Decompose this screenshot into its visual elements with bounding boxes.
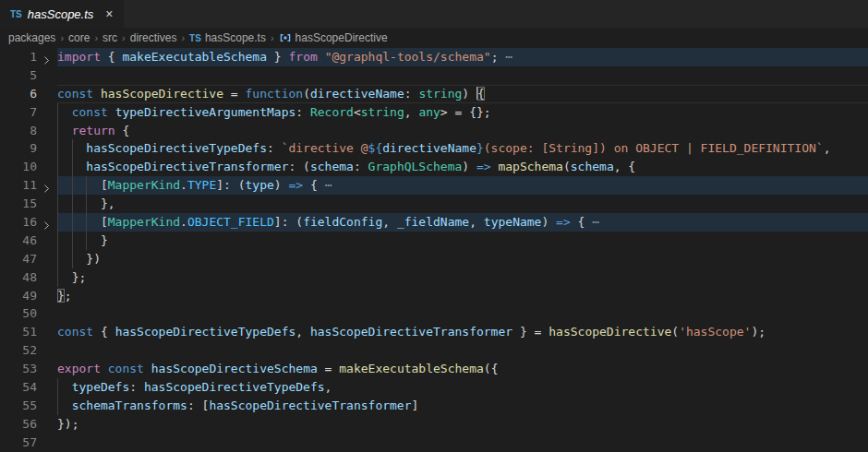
code-token: : [ — [187, 398, 209, 412]
code-token: , — [469, 215, 484, 229]
gutter: 53 — [0, 360, 57, 378]
line-number: 57 — [22, 434, 37, 452]
code-line[interactable]: }) — [57, 250, 868, 268]
code-line[interactable]: }); — [57, 415, 868, 434]
code-token: hasScopeDirectiveTransformer — [86, 160, 288, 173]
code-token: ${ — [368, 141, 383, 155]
code-token: , — [325, 380, 332, 394]
gutter: 46 — [0, 232, 57, 250]
close-icon[interactable]: × — [105, 7, 113, 20]
code-token — [57, 105, 72, 119]
code-token: makeExecutableSchema — [339, 362, 484, 375]
breadcrumb-item-file[interactable]: TShasScope.ts — [189, 31, 266, 44]
gutter: 52 — [0, 341, 57, 360]
code-line[interactable]: }, — [57, 195, 868, 213]
editor[interactable]: 1import { makeExecutableSchema } from "@… — [0, 48, 868, 452]
code-token: > = {}; — [440, 105, 491, 119]
code-line[interactable]: return { — [57, 122, 868, 140]
line-number: 49 — [22, 287, 37, 305]
code-line[interactable]: }; — [57, 287, 868, 305]
line-number: 10 — [22, 158, 37, 176]
fold-chevron-icon[interactable] — [42, 53, 52, 63]
code-line[interactable]: [MapperKind.TYPE]: (type) => { ⋯ — [57, 176, 868, 195]
code-token: }); — [57, 417, 78, 431]
code-token: hasScopeDirective — [549, 325, 671, 339]
folded-code-ellipsis[interactable]: ⋯ — [505, 50, 512, 64]
code-line[interactable]: } — [57, 232, 868, 250]
fold-chevron-icon[interactable] — [42, 218, 52, 228]
line-number: 52 — [22, 341, 37, 360]
code-token: string — [418, 87, 462, 101]
indent-guide — [57, 195, 58, 213]
code-line[interactable]: const typeDirectiveArgumentMaps: Record<… — [57, 103, 868, 122]
breadcrumb: packages›core›src›directives›TShasScope.… — [0, 28, 868, 48]
code-token: : — [354, 160, 368, 173]
code-line[interactable]: import { makeExecutableSchema } from "@g… — [57, 48, 868, 66]
code-line[interactable]: }; — [57, 268, 868, 287]
code-token: ] — [412, 398, 419, 412]
code-line[interactable]: hasScopeDirectiveTransformer: (schema: G… — [57, 158, 868, 176]
editor-row-54: 54 typeDefs: hasScopeDirectiveTypeDefs, — [0, 378, 868, 397]
code-token: ({ — [484, 362, 499, 375]
code-token: hasScopeDirectiveTypeDefs — [144, 380, 325, 394]
code-token: export — [57, 362, 108, 375]
code-token: . — [180, 215, 187, 229]
editor-row-16: 16 [MapperKind.OBJECT_FIELD]: (fieldConf… — [0, 213, 868, 232]
code-line[interactable] — [57, 434, 868, 452]
code-token: hasScopeDirectiveTypeDefs — [115, 325, 296, 339]
code-line[interactable]: [MapperKind.OBJECT_FIELD]: (fieldConfig,… — [57, 213, 868, 232]
fold-chevron-icon[interactable] — [42, 181, 52, 191]
code-token: [ — [57, 215, 108, 229]
indent-guide — [72, 250, 73, 268]
code-line[interactable]: schemaTransforms: [hasScopeDirectiveTran… — [57, 397, 868, 415]
code-line[interactable] — [57, 341, 868, 360]
indent-guide — [72, 232, 73, 250]
editor-row-57: 57 — [0, 434, 868, 452]
editor-row-48: 48 }; — [0, 268, 868, 287]
code-line[interactable] — [57, 66, 868, 85]
code-token: string — [361, 105, 404, 119]
code-token: ]: ( — [216, 178, 245, 192]
code-token: ); — [751, 325, 766, 339]
line-number: 54 — [22, 378, 37, 397]
editor-row-11: 11 [MapperKind.TYPE]: (type) => { ⋯ — [0, 176, 868, 195]
breadcrumb-item-src[interactable]: src — [102, 31, 117, 44]
breadcrumb-item-directives[interactable]: directives — [130, 31, 177, 44]
editor-row-15: 15 }, — [0, 195, 868, 213]
breadcrumb-separator-icon: › — [122, 32, 126, 43]
code-line[interactable]: typeDefs: hasScopeDirectiveTypeDefs, — [57, 378, 868, 397]
indent-guide — [72, 158, 73, 176]
code-token: return — [72, 124, 123, 137]
typescript-file-icon: TS — [189, 33, 201, 43]
breadcrumb-item-packages[interactable]: packages — [8, 31, 55, 44]
code-line[interactable]: const { hasScopeDirectiveTypeDefs, hasSc… — [57, 323, 868, 341]
code-token: hasScopeDirective — [101, 87, 223, 101]
line-number: 56 — [22, 415, 37, 434]
gutter: 48 — [0, 268, 57, 287]
breadcrumb-item-core[interactable]: core — [68, 31, 90, 44]
code-line[interactable]: export const hasScopeDirectiveSchema = m… — [57, 360, 868, 378]
code-token: ( — [563, 160, 571, 173]
code-line[interactable] — [57, 304, 868, 323]
breadcrumb-separator-icon: › — [271, 32, 274, 43]
indent-guide — [72, 176, 73, 195]
line-number: 47 — [22, 250, 37, 268]
code-token: } — [57, 233, 108, 247]
indent-guide — [57, 139, 58, 158]
breadcrumb-item-symbol[interactable]: hasScopeDirective — [279, 31, 388, 44]
code-token: , { — [614, 160, 635, 173]
tab-hasscope[interactable]: TS hasScope.ts × — [0, 0, 124, 28]
folded-code-ellipsis[interactable]: ⋯ — [592, 215, 599, 229]
code-token: ; — [491, 50, 506, 64]
code-token: }; — [57, 270, 86, 284]
gutter: 6 — [0, 85, 57, 103]
tab-title: hasScope.ts — [28, 7, 94, 21]
code-line[interactable]: const hasScopeDirective = function(direc… — [57, 85, 868, 103]
code-token: typeDirectiveArgumentMaps — [115, 105, 296, 119]
code-token: Record — [310, 105, 354, 119]
code-token: => — [476, 160, 491, 173]
indent-guide — [57, 378, 58, 397]
folded-code-ellipsis[interactable]: ⋯ — [325, 178, 332, 192]
code-line[interactable]: hasScopeDirectiveTypeDefs: `directive @$… — [57, 139, 868, 158]
gutter: 16 — [0, 213, 57, 232]
